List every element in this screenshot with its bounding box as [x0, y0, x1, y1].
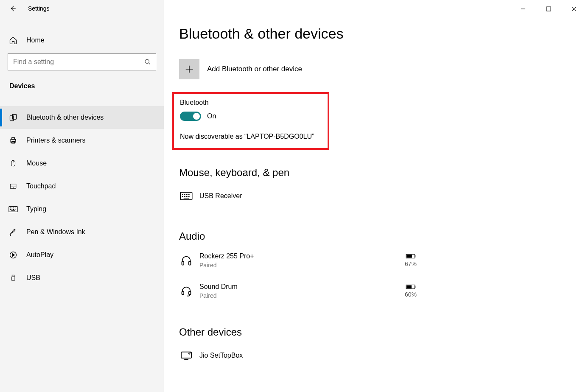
device-name: Rockerz 255 Pro+: [199, 252, 399, 260]
nav-label: Printers & scanners: [26, 137, 86, 144]
svg-rect-51: [407, 285, 412, 288]
svg-rect-46: [407, 255, 412, 258]
usb-icon: [8, 273, 18, 283]
svg-point-0: [145, 59, 149, 63]
svg-point-14: [13, 208, 14, 208]
search-wrap: [8, 53, 156, 70]
add-device-label: Add Bluetooth or other device: [207, 65, 302, 73]
svg-rect-22: [12, 275, 14, 277]
svg-rect-32: [180, 192, 192, 200]
minimize-button[interactable]: [515, 3, 532, 15]
nav-item-mouse[interactable]: Mouse: [0, 152, 164, 175]
bluetooth-state: On: [207, 112, 216, 120]
autoplay-icon: [8, 250, 18, 260]
device-name: Jio SetTopBox: [199, 352, 417, 359]
device-status: Paired: [199, 292, 399, 299]
device-settopbox[interactable]: Jio SetTopBox: [179, 345, 417, 366]
nav-item-typing[interactable]: Typing: [0, 198, 164, 221]
svg-point-19: [15, 209, 15, 210]
touchpad-icon: [8, 182, 18, 191]
search-input[interactable]: [8, 53, 156, 70]
svg-point-40: [189, 196, 190, 197]
svg-point-35: [187, 194, 188, 195]
headphones-icon: [179, 253, 193, 268]
section-mouse-heading: Mouse, keyboard, & pen: [179, 167, 571, 179]
device-rockerz[interactable]: Rockerz 255 Pro+ Paired 67%: [179, 249, 417, 272]
nav-item-pen[interactable]: Pen & Windows Ink: [0, 221, 164, 244]
device-sound-drum[interactable]: Sound Drum Paired 60%: [179, 280, 417, 302]
svg-point-34: [185, 194, 185, 195]
add-device-button[interactable]: Add Bluetooth or other device: [179, 59, 571, 79]
device-usb-receiver[interactable]: USB Receiver: [179, 185, 417, 207]
page-title: Bluetooth & other devices: [179, 25, 571, 42]
device-battery: 60%: [405, 284, 417, 298]
titlebar-row: Settings: [0, 3, 164, 18]
svg-point-36: [189, 194, 190, 195]
svg-rect-23: [11, 277, 15, 280]
mouse-icon: [8, 159, 18, 168]
svg-point-37: [182, 196, 183, 197]
toggle-knob: [193, 113, 200, 120]
printer-icon: [8, 136, 18, 145]
section-other-heading: Other devices: [179, 326, 571, 338]
svg-rect-47: [182, 291, 184, 294]
svg-point-38: [185, 196, 185, 197]
back-button[interactable]: [8, 4, 17, 13]
nav-item-touchpad[interactable]: Touchpad: [0, 175, 164, 198]
nav-item-autoplay[interactable]: AutoPlay: [0, 244, 164, 266]
svg-rect-11: [9, 207, 17, 212]
nav-label: Typing: [26, 205, 46, 213]
nav-item-printers[interactable]: Printers & scanners: [0, 129, 164, 152]
nav-item-usb[interactable]: USB: [0, 266, 164, 289]
device-status: Paired: [199, 262, 399, 269]
device-name: Sound Drum: [199, 283, 399, 291]
nav-list: Bluetooth & other devices Printers & sca…: [0, 106, 164, 289]
bluetooth-toggle[interactable]: [180, 112, 201, 121]
svg-rect-43: [189, 261, 191, 265]
nav-label: AutoPlay: [26, 251, 53, 259]
home-label: Home: [26, 36, 45, 44]
search-icon[interactable]: [143, 57, 153, 67]
headset-icon: [179, 284, 193, 298]
nav-label: USB: [26, 274, 40, 282]
svg-point-16: [10, 209, 11, 210]
keyboard-icon: [179, 189, 193, 203]
svg-rect-42: [182, 261, 184, 265]
svg-point-13: [12, 208, 12, 208]
bluetooth-devices-icon: [8, 113, 18, 122]
section-audio-heading: Audio: [179, 230, 571, 242]
app-title: Settings: [28, 5, 50, 12]
nav-label: Mouse: [26, 160, 47, 167]
bluetooth-label: Bluetooth: [180, 99, 322, 106]
device-battery: 67%: [405, 254, 417, 267]
svg-rect-27: [547, 7, 551, 11]
svg-point-17: [12, 209, 12, 210]
home-icon: [8, 36, 18, 45]
nav-label: Touchpad: [26, 182, 56, 190]
nav-item-bluetooth[interactable]: Bluetooth & other devices: [0, 106, 164, 129]
keyboard-icon: [8, 204, 18, 214]
svg-rect-48: [189, 291, 191, 294]
close-button[interactable]: [566, 3, 583, 15]
svg-point-33: [182, 194, 183, 195]
home-nav[interactable]: Home: [0, 31, 164, 50]
svg-point-12: [10, 208, 11, 208]
device-name: USB Receiver: [199, 192, 417, 200]
svg-point-18: [13, 209, 14, 210]
svg-rect-45: [415, 255, 415, 258]
nav-label: Bluetooth & other devices: [26, 114, 104, 121]
discoverable-text: Now discoverable as “LAPTOP-B5DGO0LU”: [180, 133, 322, 140]
battery-percent: 60%: [405, 291, 417, 298]
svg-rect-2: [12, 115, 16, 120]
bluetooth-toggle-row: On: [180, 112, 322, 121]
pen-icon: [8, 227, 18, 237]
battery-icon: [406, 284, 416, 289]
main-content: Bluetooth & other devices Add Bluetooth …: [164, 0, 586, 392]
window-controls: [515, 3, 583, 15]
battery-icon: [406, 254, 416, 259]
nav-label: Pen & Windows Ink: [26, 228, 85, 236]
maximize-button[interactable]: [540, 3, 557, 15]
svg-rect-1: [10, 116, 14, 121]
battery-percent: 67%: [405, 260, 417, 267]
svg-point-15: [15, 208, 15, 208]
